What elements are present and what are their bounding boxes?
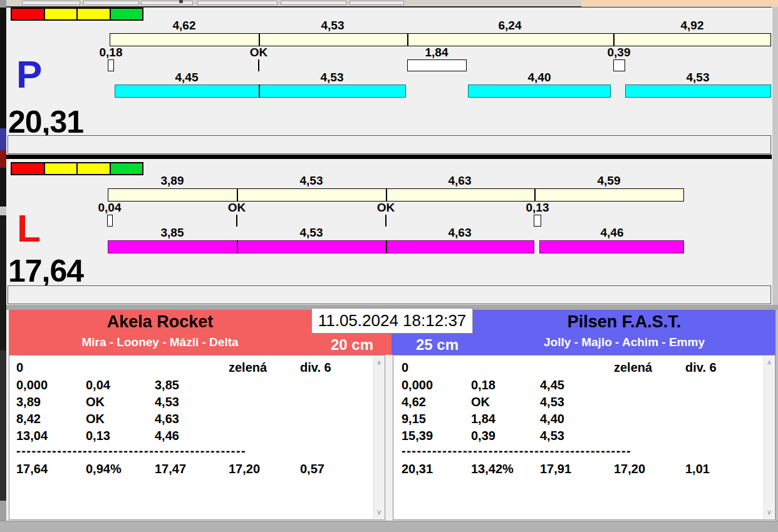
empty-status-row [8, 135, 771, 154]
top-strip-accent [581, 0, 778, 7]
dog-run-bar [115, 84, 406, 98]
section-divider [6, 155, 772, 159]
bar-divider [386, 188, 387, 202]
scroll-down-icon[interactable]: ∨ [764, 509, 774, 516]
light-green-icon [110, 163, 143, 174]
light-green-icon [110, 9, 143, 19]
empty-status-row [8, 285, 771, 304]
lane-letter: L [17, 209, 41, 248]
table-cell: OK [86, 412, 105, 426]
window-right-border-lower [775, 305, 778, 521]
ok-tick [385, 215, 386, 227]
dog-run-bar [625, 84, 771, 98]
table-total-cell: 0,57 [300, 462, 324, 476]
pass-mark-label: OK [228, 202, 246, 213]
table-cell: 13,04 [16, 429, 48, 442]
table-cell: zelená [229, 361, 267, 374]
dog-names: Mira - Looney - Mázli - Delta [9, 335, 311, 349]
bar-divider [407, 33, 408, 46]
jump-height: 25 cm [406, 336, 469, 354]
ok-tick [258, 59, 259, 71]
table-total-cell: 17,20 [229, 462, 260, 476]
table-cell: 4,45 [540, 378, 564, 392]
table-cell: zelená [614, 361, 652, 374]
split-top-label: 4,53 [321, 19, 345, 31]
toolbar-notch [179, 0, 183, 3]
bar-divider [259, 84, 260, 98]
results-table-right[interactable]: 0 zelená div. 6 0,000 0,18 4,45 4,62 OK … [393, 355, 775, 520]
split-bottom-label: 4,63 [449, 227, 472, 238]
table-total-cell: 20,31 [402, 462, 433, 476]
split-bottom-label: 4,53 [300, 227, 323, 238]
bar-divider [386, 240, 387, 253]
cumulative-split-bar [110, 33, 771, 46]
scrollbar[interactable]: ∧ ∨ [373, 356, 384, 519]
timing-app-window: 4,62 4,53 6,24 4,92 0,18 OK 1,84 0,39 4,… [0, 0, 778, 532]
scrollbar[interactable]: ∧ ∨ [764, 356, 774, 519]
window-right-border [772, 6, 778, 305]
dog-names: Jolly - Majlo - Achim - Emmy [473, 335, 775, 349]
table-cell: 4,62 [402, 395, 426, 409]
toolbar-segment [281, 1, 346, 5]
results-table-left[interactable]: 0 zelená div. 6 0,000 0,04 3,85 3,89 OK … [9, 355, 385, 520]
split-top-label: 6,24 [499, 19, 522, 31]
bar-divider [237, 188, 238, 202]
traffic-light-bar [11, 8, 143, 21]
fault-box [613, 59, 625, 71]
toolbar-segment [22, 1, 80, 5]
team-name: Pilsen F.A.S.T. [473, 312, 775, 332]
table-cell: 0,13 [86, 429, 110, 442]
fault-box [107, 215, 113, 227]
split-bottom-label: 4,45 [175, 71, 199, 83]
table-total-cell: 17,91 [540, 462, 571, 476]
scroll-up-icon[interactable]: ∧ [374, 359, 384, 366]
split-bottom-label: 4,40 [528, 71, 551, 83]
table-cell: 4,40 [540, 412, 564, 426]
scroll-up-icon[interactable]: ∧ [764, 359, 774, 366]
table-cell: 0,18 [471, 378, 495, 392]
table-separator: ----------------------------------------… [402, 444, 631, 458]
light-yellow1-icon [44, 9, 77, 19]
scroll-down-icon[interactable]: ∨ [374, 509, 384, 516]
split-top-label: 4,62 [173, 19, 196, 31]
table-cell: div. 6 [300, 361, 331, 374]
fault-box [108, 59, 114, 71]
toolbar-segment [197, 1, 277, 5]
datetime-box: 11.05.2024 18:12:37 [311, 308, 473, 334]
table-total-cell: 17,20 [614, 462, 645, 476]
jump-height: 20 cm [321, 336, 383, 354]
split-top-label: 4,53 [300, 175, 323, 187]
table-cell: OK [86, 395, 105, 409]
split-bottom-label: 3,85 [161, 227, 184, 238]
table-total-cell: 13,42% [471, 462, 514, 476]
traffic-light-bar [11, 162, 143, 175]
table-total-cell: 17,47 [155, 462, 186, 476]
split-top-label: 4,59 [598, 175, 621, 187]
lane-total-time: 20,31 [8, 106, 83, 138]
table-cell: 4,46 [155, 429, 179, 442]
pass-mark-label: 0,04 [98, 202, 122, 213]
table-cell: 0 [16, 361, 23, 374]
light-yellow1-icon [44, 163, 77, 174]
table-cell: OK [471, 395, 490, 409]
split-top-label: 4,63 [449, 175, 472, 187]
table-total-cell: 1,01 [685, 462, 710, 476]
table-cell: 0,000 [16, 378, 48, 392]
table-cell: 8,42 [16, 412, 41, 426]
split-bottom-label: 4,53 [321, 71, 344, 83]
table-cell: 4,53 [155, 395, 179, 409]
bar-divider [259, 33, 260, 46]
table-cell: 1,84 [471, 412, 495, 426]
fault-box [534, 215, 541, 227]
pass-mark-label: OK [250, 46, 268, 58]
table-cell: div. 6 [685, 361, 717, 374]
dog-run-bar [468, 84, 611, 98]
cumulative-split-bar [108, 188, 684, 202]
pass-mark-label: 0,39 [608, 46, 631, 58]
ok-tick [236, 215, 237, 227]
split-bottom-label: 4,53 [687, 71, 710, 83]
toolbar-segment [141, 1, 193, 5]
bar-divider [613, 33, 615, 46]
pass-mark-label: 0,13 [526, 202, 549, 213]
pass-mark-label: 0,18 [100, 46, 123, 58]
